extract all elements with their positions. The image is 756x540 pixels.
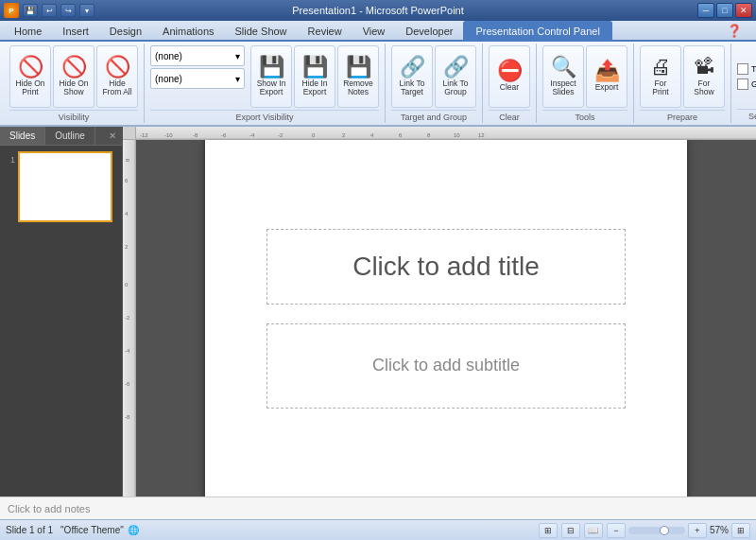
export-icon: 📤 xyxy=(594,61,620,81)
slide-title-placeholder: Click to add title xyxy=(352,252,540,282)
zoom-slider[interactable] xyxy=(628,527,685,534)
ribbon-group-tools: 🔍 InspectSlides 📤 Export Tools xyxy=(537,44,634,123)
for-print-label: ForPrint xyxy=(652,79,668,97)
settings-content: Target List Group List xyxy=(737,45,756,107)
hide-on-print-label: Hide OnPrint xyxy=(15,79,44,97)
maximize-button[interactable]: □ xyxy=(716,3,733,18)
qat-save[interactable]: 💾 xyxy=(23,4,38,17)
tab-developer[interactable]: Developer xyxy=(395,21,463,40)
tab-design[interactable]: Design xyxy=(99,21,152,40)
group-list-row[interactable]: Group List xyxy=(737,78,756,90)
tab-animations[interactable]: Animations xyxy=(152,21,224,40)
tab-view[interactable]: View xyxy=(352,21,396,40)
notes-bar[interactable]: Click to add notes xyxy=(0,496,756,519)
export-dropdown-2[interactable]: (none) ▾ xyxy=(150,68,245,89)
clear-content: ⛔ Clear xyxy=(489,45,530,108)
tab-slideshow[interactable]: Slide Show xyxy=(225,21,298,40)
qat-redo[interactable]: ↪ xyxy=(60,4,76,17)
link-to-target-button[interactable]: 🔗 Link ToTarget xyxy=(391,45,433,108)
hide-in-export-button[interactable]: 💾 Hide InExport xyxy=(294,45,335,108)
visibility-buttons: 🚫 Hide OnPrint 🚫 Hide OnShow 🚫 HideFrom … xyxy=(9,45,138,108)
tab-help[interactable]: ❓ xyxy=(716,21,752,40)
remove-notes-button[interactable]: 💾 RemoveNotes xyxy=(337,45,379,108)
view-slide-sorter-button[interactable]: ⊟ xyxy=(561,523,580,538)
ribbon-tab-bar: Home Insert Design Animations Slide Show… xyxy=(0,21,756,42)
link-to-target-icon: 🔗 xyxy=(400,57,425,78)
svg-text:4: 4 xyxy=(370,132,374,138)
slide-canvas[interactable]: Click to add title Click to add subtitle xyxy=(205,140,687,496)
svg-text:2: 2 xyxy=(125,244,129,250)
svg-text:2: 2 xyxy=(342,132,346,138)
svg-text:-12: -12 xyxy=(140,132,148,138)
ribbon-group-export-visibility: (none) ▾ (none) ▾ 💾 Show InExport 💾 Hide… xyxy=(145,44,386,123)
sidebar-tab-slides[interactable]: Slides xyxy=(0,127,45,145)
hide-on-show-icon: 🚫 xyxy=(61,57,87,78)
for-show-button[interactable]: 📽 ForShow xyxy=(683,45,725,108)
svg-text:-8: -8 xyxy=(125,414,130,420)
view-normal-button[interactable]: ⊞ xyxy=(539,523,558,538)
view-reading-button[interactable]: 📖 xyxy=(584,523,603,538)
slide-thumbnail-1[interactable] xyxy=(18,151,112,222)
theme-icon: 🌐 xyxy=(128,525,139,535)
clear-icon: ⛔ xyxy=(497,61,523,81)
export-dd1-arrow: ▾ xyxy=(235,51,240,61)
sidebar-tab-outline[interactable]: Outline xyxy=(45,127,95,145)
hide-from-all-icon: 🚫 xyxy=(105,57,130,78)
ruler-row: -12 -10 -8 -6 -4 -2 0 2 4 6 8 10 12 xyxy=(123,127,756,140)
target-list-row[interactable]: Target List xyxy=(737,63,756,75)
ribbon-group-prepare: 🖨 ForPrint 📽 ForShow Prepare xyxy=(634,44,731,123)
svg-text:0: 0 xyxy=(312,132,316,138)
export-dropdowns: (none) ▾ (none) ▾ xyxy=(150,45,245,89)
tab-review[interactable]: Review xyxy=(298,21,352,40)
slide-panel: 1 xyxy=(0,146,122,496)
group-list-checkbox[interactable] xyxy=(737,78,748,90)
tab-home[interactable]: Home xyxy=(4,21,52,40)
for-print-icon: 🖨 xyxy=(650,57,671,78)
qat-undo[interactable]: ↩ xyxy=(42,4,57,17)
slide-title-box[interactable]: Click to add title xyxy=(266,229,626,305)
ribbon-group-target-and-group: 🔗 Link ToTarget 🔗 Link ToGroup Target an… xyxy=(386,44,483,123)
hide-from-all-label: HideFrom All xyxy=(102,79,131,97)
tab-presentation-control-panel[interactable]: Presentation Control Panel xyxy=(463,21,611,40)
zoom-controls: − + 57% ⊞ xyxy=(607,523,750,538)
slide-thumb-wrap-1: 1 xyxy=(4,151,118,222)
svg-text:4: 4 xyxy=(125,211,129,217)
hide-on-show-button[interactable]: 🚫 Hide OnShow xyxy=(53,45,94,108)
title-bar-controls: ─ □ ✕ xyxy=(697,3,752,18)
title-bar-title: Presentation1 - Microsoft PowerPoint xyxy=(0,5,756,16)
for-show-label: ForShow xyxy=(694,79,713,97)
target-list-checkbox[interactable] xyxy=(737,63,748,75)
target-list-label: Target List xyxy=(751,64,756,74)
clear-button[interactable]: ⛔ Clear xyxy=(489,45,530,108)
tools-group-label: Tools xyxy=(542,110,627,122)
zoom-out-button[interactable]: − xyxy=(607,523,626,538)
for-print-button[interactable]: 🖨 ForPrint xyxy=(640,45,681,108)
ribbon-panel: 🚫 Hide OnPrint 🚫 Hide OnShow 🚫 HideFrom … xyxy=(0,42,756,127)
canvas-content: 8 6 4 2 0 -2 -4 -6 -8 Click to add title xyxy=(123,140,756,496)
ribbon-group-clear: ⛔ Clear Clear xyxy=(483,44,537,123)
slide-subtitle-box[interactable]: Click to add subtitle xyxy=(266,323,626,409)
hide-on-print-button[interactable]: 🚫 Hide OnPrint xyxy=(9,45,51,108)
inspect-slides-button[interactable]: 🔍 InspectSlides xyxy=(542,45,584,108)
zoom-in-button[interactable]: + xyxy=(688,523,707,538)
sidebar-close-button[interactable]: ✕ xyxy=(103,127,122,145)
tab-insert[interactable]: Insert xyxy=(52,21,99,40)
hide-from-all-button[interactable]: 🚫 HideFrom All xyxy=(96,45,138,108)
link-to-group-icon: 🔗 xyxy=(443,57,469,78)
export-button[interactable]: 📤 Export xyxy=(586,45,627,108)
inspect-slides-label: InspectSlides xyxy=(550,79,576,97)
fit-slide-button[interactable]: ⊞ xyxy=(731,523,750,538)
office-logo: P xyxy=(4,3,19,18)
export-dd2-value: (none) xyxy=(155,74,182,84)
show-in-export-button[interactable]: 💾 Show InExport xyxy=(250,45,292,108)
close-button[interactable]: ✕ xyxy=(735,3,752,18)
ribbon-group-settings: Target List Group List Settings xyxy=(731,44,756,123)
qat-dropdown[interactable]: ▾ xyxy=(79,4,94,17)
minimize-button[interactable]: ─ xyxy=(697,3,714,18)
slide-subtitle-placeholder: Click to add subtitle xyxy=(372,356,520,375)
svg-text:8: 8 xyxy=(125,158,130,162)
export-visibility-content: (none) ▾ (none) ▾ 💾 Show InExport 💾 Hide… xyxy=(150,45,379,108)
hide-in-export-icon: 💾 xyxy=(302,57,328,78)
export-dropdown-1[interactable]: (none) ▾ xyxy=(150,45,245,66)
link-to-group-button[interactable]: 🔗 Link ToGroup xyxy=(435,45,476,108)
